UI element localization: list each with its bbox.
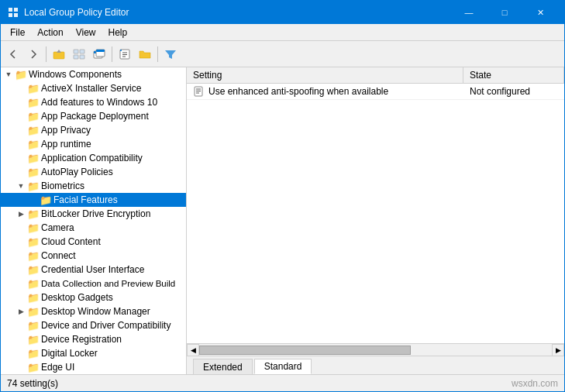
close-button[interactable]: ✕ (522, 1, 558, 24)
app-icon (7, 6, 19, 19)
devicereg-label: Device Registration (41, 334, 122, 345)
activex-folder-icon: 📁 (27, 82, 40, 95)
tree-root[interactable]: 📁 Windows Components (1, 67, 186, 81)
new-window-button[interactable] (90, 45, 109, 64)
tree-item-credentialui[interactable]: 📁 Credential User Interface (1, 263, 186, 277)
settings-table[interactable]: Setting State U (187, 67, 564, 343)
devicedriver-folder-icon: 📁 (27, 319, 40, 332)
setting-text: Use enhanced anti-spoofing when availabl… (208, 86, 388, 97)
appcompat-label: Application Compatibility (41, 153, 143, 163)
facialfeatures-label: Facial Features (53, 194, 118, 205)
desktopgadgets-folder-icon: 📁 (27, 291, 40, 304)
svg-point-18 (120, 50, 122, 51)
tree-item-digitallocker[interactable]: 📁 Digital Locker (1, 346, 186, 360)
edgeui-folder-icon: 📁 (27, 361, 40, 373)
digitallocker-folder-icon: 📁 (27, 347, 40, 359)
status-watermark: wsxdn.com (512, 378, 558, 389)
window-controls: — □ ✕ (451, 1, 558, 24)
scroll-track[interactable] (199, 344, 552, 356)
header-state[interactable]: State (463, 67, 564, 83)
tree-item-addfeatures[interactable]: 📁 Add features to Windows 10 (1, 95, 186, 109)
setting-doc-icon (193, 85, 205, 98)
biometrics-label: Biometrics (41, 181, 84, 191)
addfeatures-label: Add features to Windows 10 (41, 97, 157, 108)
svg-rect-0 (9, 8, 12, 12)
datacollection-label: Data Collection and Preview Build (41, 279, 175, 288)
svg-rect-2 (9, 13, 12, 17)
toolbar (1, 41, 564, 67)
main-window: Local Group Policy Editor — □ ✕ File Act… (0, 0, 565, 392)
minimize-button[interactable]: — (451, 1, 487, 24)
table-header: Setting State (187, 67, 564, 84)
tree-panel[interactable]: 📁 Windows Components 📁 ActiveX Installer… (1, 67, 187, 374)
tree-item-activex[interactable]: 📁 ActiveX Installer Service (1, 81, 186, 95)
appruntime-label: App runtime (41, 139, 91, 150)
bitlocker-arrow (15, 207, 27, 221)
forward-button[interactable] (24, 45, 43, 64)
filter-button[interactable] (161, 45, 180, 64)
tree-item-desktopgadgets[interactable]: 📁 Desktop Gadgets (1, 291, 186, 304)
desktopwindow-label: Desktop Window Manager (41, 306, 150, 317)
appprivacy-folder-icon: 📁 (27, 124, 40, 136)
svg-rect-6 (74, 50, 78, 53)
window-title: Local Group Policy Editor (24, 7, 451, 18)
tab-standard[interactable]: Standard (254, 359, 312, 374)
status-count: 74 setting(s) (7, 378, 58, 389)
scroll-left-button[interactable]: ◀ (187, 344, 199, 356)
tree-item-facialfeatures[interactable]: 📁 Facial Features (1, 193, 186, 207)
autoplay-folder-icon: 📁 (27, 166, 40, 178)
tree-item-devicedriver[interactable]: 📁 Device and Driver Compatibility (1, 318, 186, 332)
folder-button[interactable] (136, 45, 154, 64)
tree-item-desktopwindow[interactable]: 📁 Desktop Window Manager (1, 304, 186, 318)
scroll-right-button[interactable]: ▶ (552, 344, 564, 356)
tab-extended[interactable]: Extended (193, 359, 253, 374)
credentialui-folder-icon: 📁 (27, 263, 40, 276)
table-row[interactable]: Use enhanced anti-spoofing when availabl… (187, 84, 564, 100)
folder-up-button[interactable] (50, 45, 68, 64)
svg-rect-13 (96, 50, 105, 52)
back-button[interactable] (4, 45, 22, 64)
title-bar: Local Group Policy Editor — □ ✕ (1, 1, 564, 24)
biometrics-folder-icon: 📁 (27, 180, 40, 192)
status-bar: 74 setting(s) wsxdn.com (1, 374, 564, 391)
tree-item-appruntime[interactable]: 📁 App runtime (1, 137, 186, 151)
tree-item-appcompat[interactable]: 📁 Application Compatibility (1, 151, 186, 165)
root-arrow (2, 67, 15, 81)
menu-action[interactable]: Action (31, 26, 69, 40)
tree-item-camera[interactable]: 📁 Camera (1, 221, 186, 235)
separator-2 (112, 46, 112, 62)
tree-item-connect[interactable]: 📁 Connect (1, 249, 186, 263)
cloudcontent-folder-icon: 📁 (27, 236, 40, 248)
maximize-button[interactable]: □ (487, 1, 522, 24)
tree-item-biometrics[interactable]: 📁 Biometrics (1, 179, 186, 193)
setting-cell: Use enhanced anti-spoofing when availabl… (187, 84, 463, 99)
right-panel: Setting State U (187, 67, 564, 374)
tree-item-autoplay[interactable]: 📁 AutoPlay Policies (1, 165, 186, 179)
scroll-thumb[interactable] (199, 346, 411, 355)
tree-item-cloudcontent[interactable]: 📁 Cloud Content (1, 235, 186, 249)
tree-item-bitlocker[interactable]: 📁 BitLocker Drive Encryption (1, 207, 186, 221)
show-hide-button[interactable] (70, 45, 88, 64)
svg-rect-7 (80, 50, 84, 53)
tree-item-devicereg[interactable]: 📁 Device Registration (1, 332, 186, 346)
tree-item-datacollection[interactable]: 📁 Data Collection and Preview Build (1, 277, 186, 291)
connect-label: Connect (41, 250, 76, 261)
menu-file[interactable]: File (4, 26, 31, 40)
activex-label: ActiveX Installer Service (41, 83, 141, 94)
connect-folder-icon: 📁 (27, 249, 40, 262)
camera-label: Camera (41, 222, 74, 233)
svg-marker-5 (57, 50, 61, 53)
tree-item-apppackage[interactable]: 📁 App Package Deployment (1, 109, 186, 123)
credentialui-label: Credential User Interface (41, 264, 144, 275)
properties-button[interactable] (115, 45, 134, 64)
header-setting[interactable]: Setting (187, 67, 463, 83)
root-folder-icon: 📁 (15, 68, 27, 81)
svg-rect-8 (74, 55, 78, 59)
horizontal-scrollbar[interactable]: ◀ ▶ (187, 343, 564, 356)
menu-view[interactable]: View (70, 26, 102, 40)
menu-bar: File Action View Help (1, 24, 564, 41)
tree-item-edgeui[interactable]: 📁 Edge UI (1, 360, 186, 374)
devicereg-folder-icon: 📁 (27, 333, 40, 346)
tree-item-appprivacy[interactable]: 📁 App Privacy (1, 123, 186, 137)
menu-help[interactable]: Help (102, 26, 134, 40)
